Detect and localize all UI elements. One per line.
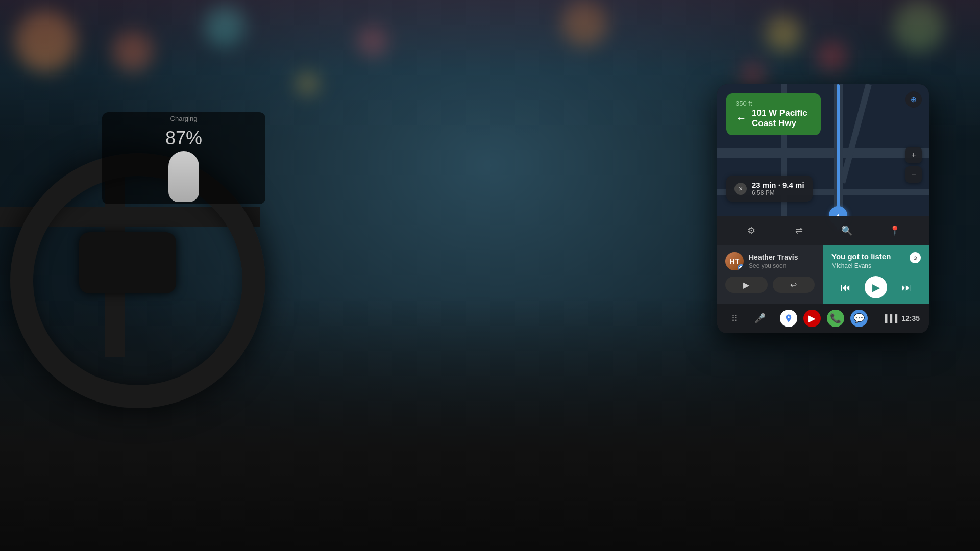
music-card: You got to listen Michael Evans ⊙ ⏮ ▶ ⏭ (823, 245, 929, 304)
nav-instruction-card: 350 ft ← 101 W Pacific Coast Hwy (726, 93, 821, 135)
nav-status-area: ▐▐▐ 12:35 (882, 314, 920, 322)
map-zoom-in-button[interactable]: + (905, 147, 922, 163)
map-road-diagonal (839, 84, 871, 184)
message-header: HT 💬 Heather Travis See you soon (725, 252, 815, 270)
android-auto-panel: 350 ft ← 101 W Pacific Coast Hwy × 23 mi… (717, 84, 929, 333)
music-title-area: You got to listen Michael Evans (831, 252, 891, 269)
music-play-button[interactable]: ▶ (865, 276, 887, 298)
steering-wheel-center (79, 232, 176, 293)
apps-grid-button[interactable]: ⠿ (726, 310, 743, 327)
message-actions: ▶ ↩ (725, 277, 815, 293)
message-reply-button[interactable]: ↩ (773, 277, 815, 293)
nav-app-icons: ▶ 📞 💬 (780, 310, 868, 327)
charge-percent: 87% (165, 128, 202, 149)
avatar-initials: HT (730, 257, 740, 265)
map-action-bar: ⚙ ⇌ 🔍 📍 (717, 216, 929, 245)
music-prev-button[interactable]: ⏮ (836, 278, 855, 297)
map-zoom-controls: + − (905, 147, 922, 183)
signal-strength-icon: ▐▐▐ (882, 314, 897, 322)
eta-arrival-time: 6:58 PM (752, 189, 804, 196)
nav-maps-icon[interactable] (780, 310, 797, 327)
nav-street-line1: 101 W Pacific (752, 108, 807, 118)
message-preview: See you soon (749, 262, 815, 269)
music-controls: ⏮ ▶ ⏭ (831, 276, 921, 298)
map-location-button[interactable]: ⊕ (905, 91, 922, 108)
eta-info: 23 min · 9.4 mi 6:58 PM (752, 181, 804, 196)
nav-turn-icon: ← (736, 112, 747, 125)
music-track-title: You got to listen (831, 252, 891, 261)
microphone-button[interactable]: 🎤 (752, 310, 768, 327)
music-service-icon: ⊙ (910, 252, 921, 263)
nav-phone-icon[interactable]: 📞 (827, 310, 844, 327)
map-routes-button[interactable]: ⇌ (790, 221, 808, 240)
eta-card: × 23 min · 9.4 mi 6:58 PM (726, 176, 813, 202)
message-card: HT 💬 Heather Travis See you soon ▶ ↩ (717, 245, 823, 304)
bottom-cards-row: HT 💬 Heather Travis See you soon ▶ ↩ You… (717, 245, 929, 304)
message-sender-name: Heather Travis (749, 253, 815, 261)
nav-distance: 350 ft (736, 99, 812, 107)
music-next-button[interactable]: ⏭ (897, 278, 916, 297)
music-artist-name: Michael Evans (831, 262, 891, 269)
eta-duration: 23 min · 9.4 mi (752, 181, 804, 189)
car-top-view-icon (168, 151, 199, 202)
nav-messages-icon[interactable]: 💬 (850, 310, 868, 327)
map-road-horizontal (717, 148, 929, 158)
current-time: 12:35 (901, 314, 920, 322)
map-search-button[interactable]: 🔍 (838, 221, 856, 240)
map-pin-button[interactable]: 📍 (886, 221, 904, 240)
bottom-nav-bar: ⠿ 🎤 ▶ 📞 💬 ▐▐▐ 12:35 (717, 304, 929, 333)
eta-close-button[interactable]: × (734, 183, 747, 195)
message-type-icon: 💬 (738, 264, 744, 270)
instrument-cluster: Charging 87% (102, 112, 265, 204)
charge-label: Charging (170, 115, 198, 122)
nav-street: 101 W Pacific Coast Hwy (752, 108, 807, 129)
music-header: You got to listen Michael Evans ⊙ (831, 252, 921, 269)
avatar: HT 💬 (725, 252, 744, 270)
nav-youtube-icon[interactable]: ▶ (803, 310, 821, 327)
nav-street-line2: Coast Hwy (752, 118, 796, 128)
message-play-button[interactable]: ▶ (725, 277, 768, 293)
message-text-area: Heather Travis See you soon (749, 253, 815, 269)
map-zoom-out-button[interactable]: − (905, 166, 922, 183)
map-area[interactable]: 350 ft ← 101 W Pacific Coast Hwy × 23 mi… (717, 84, 929, 245)
map-settings-button[interactable]: ⚙ (742, 221, 761, 240)
